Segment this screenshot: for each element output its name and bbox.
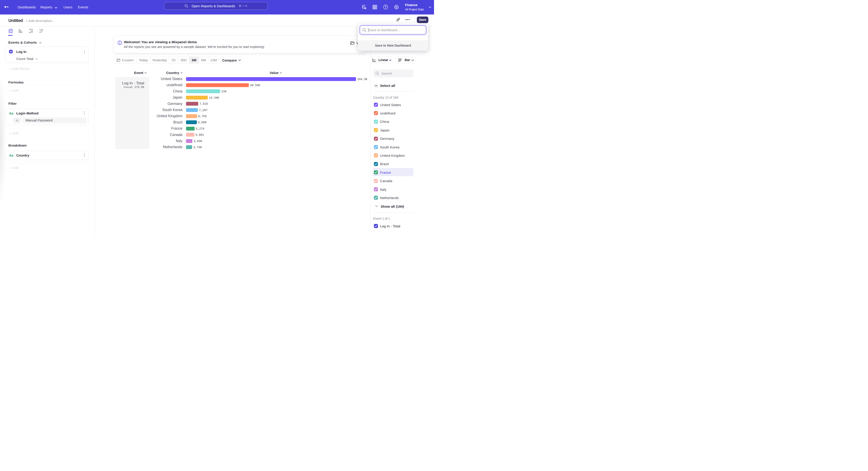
svg-text:?: ? [385,5,386,8]
